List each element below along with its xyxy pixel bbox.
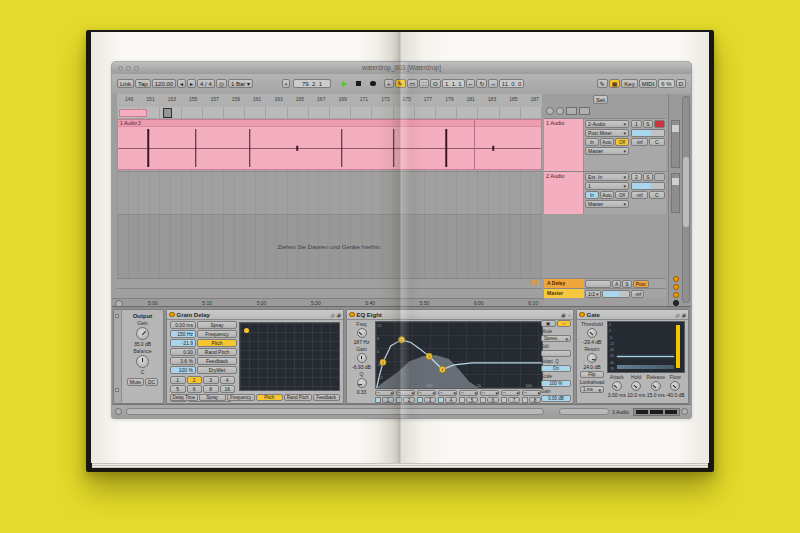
delay-time-button[interactable]: 6	[187, 385, 203, 393]
keymidi-control[interactable]: Key	[621, 79, 637, 88]
gain-knob[interactable]	[357, 353, 367, 363]
xy-axis-tab[interactable]: Feedback	[313, 394, 341, 401]
band-number[interactable]: 3	[424, 397, 436, 403]
eq-graph[interactable]: 1234 1260-6-12 1001k10k	[375, 321, 543, 389]
adaptq-toggle[interactable]: On	[541, 365, 571, 372]
loop-start-marker[interactable]	[163, 108, 172, 118]
pan-value[interactable]: C	[649, 138, 666, 146]
band-toggle[interactable]	[375, 397, 381, 403]
orange-indicator-icon[interactable]	[673, 276, 679, 282]
audio-clip[interactable]: 1 Audio 3	[117, 119, 542, 170]
mode-select[interactable]: Stereo	[541, 335, 571, 342]
monitor-button[interactable]: Off	[615, 191, 629, 199]
track-lane-2[interactable]	[117, 171, 542, 215]
set-button[interactable]: Set	[593, 95, 608, 104]
delay-time-button[interactable]: 1	[170, 376, 186, 384]
mute-button[interactable]: Mute	[127, 378, 144, 386]
track-activator[interactable]: 2	[631, 173, 642, 181]
device-title-icon[interactable]: ◎	[330, 312, 334, 318]
device-title-bar[interactable]: Grain Delay ◎▣	[167, 310, 343, 320]
filter-type-select[interactable]: ◠	[459, 390, 478, 396]
window-zoom-button[interactable]	[134, 66, 139, 71]
loop-control[interactable]: 1. 1. 1	[442, 79, 465, 88]
param-label[interactable]: Spray	[197, 321, 237, 329]
transport-control[interactable]: ▸	[187, 79, 196, 88]
lookahead-select[interactable]: 1 ms	[580, 386, 604, 393]
xy-handle[interactable]	[244, 328, 249, 333]
q-knob[interactable]	[357, 378, 367, 388]
knob-value[interactable]: 10.0 ms	[627, 392, 645, 398]
scale-slider[interactable]: 100 %	[541, 380, 571, 387]
param-label[interactable]: DryWet	[197, 366, 237, 374]
monitor-button[interactable]: Off	[615, 138, 629, 146]
track-meter[interactable]	[671, 120, 680, 168]
device-title-icon[interactable]: ◎	[675, 312, 679, 318]
time-ruler[interactable]: 5:005:105:205:305:405:506:006:10	[112, 298, 544, 306]
band-toggle[interactable]	[438, 397, 444, 403]
band-toggle[interactable]	[522, 397, 528, 403]
solo-button[interactable]: S	[643, 173, 654, 181]
keymidi-control[interactable]: ✎	[597, 79, 608, 88]
band-number[interactable]: 7	[508, 397, 520, 403]
param-label[interactable]: Feedback	[197, 357, 237, 365]
delay-time-button[interactable]: 16	[220, 385, 236, 393]
transport-control[interactable]: 120.00	[152, 79, 176, 88]
band-toggle[interactable]	[459, 397, 465, 403]
xy-pad[interactable]	[239, 322, 340, 391]
flip-button[interactable]: Flip	[580, 371, 604, 378]
band-number[interactable]: 6	[487, 397, 499, 403]
param-value[interactable]: 0.00 ms	[170, 321, 196, 329]
loop-control[interactable]: ⌐	[466, 79, 476, 88]
device-activator-icon[interactable]	[579, 312, 585, 318]
transport-control[interactable]: Tap	[135, 79, 151, 88]
keymidi-control[interactable]: ▦	[609, 79, 621, 88]
orange-indicator-icon[interactable]	[673, 292, 679, 298]
knob-value[interactable]: -40.0 dB	[666, 392, 685, 398]
arm-button[interactable]	[654, 173, 665, 181]
output-gain-slider[interactable]: 0.00 dB	[541, 395, 571, 402]
device-title-bar[interactable]: Gate ◎▣	[577, 310, 688, 320]
dc-button[interactable]: DC	[145, 378, 158, 386]
param-value[interactable]: 3.6 %	[170, 357, 196, 365]
status-right-icon[interactable]	[681, 408, 688, 415]
knob-value[interactable]: 15.0 ms	[647, 392, 665, 398]
gate-knob[interactable]	[670, 381, 680, 391]
transport-control[interactable]: ◎	[216, 79, 227, 88]
band-toggle[interactable]	[501, 397, 507, 403]
xy-axis-tab[interactable]: Rand Pitch	[284, 394, 312, 401]
filter-type-select[interactable]: ◠	[480, 390, 499, 396]
freq-value[interactable]: 187 Hz	[354, 339, 370, 345]
delay-time-button[interactable]: 3	[203, 376, 219, 384]
input-channel-select[interactable]: 1	[585, 182, 629, 190]
filter-type-select[interactable]: ◠	[501, 390, 520, 396]
track-header-2[interactable]: 2 Audio Ext. In 1 InAutoOff Master 2 S	[544, 171, 666, 214]
volume-slider[interactable]	[631, 129, 665, 137]
balance-knob[interactable]	[136, 355, 149, 368]
gate-knob[interactable]	[651, 381, 661, 391]
threshold-value[interactable]: -29.4 dB	[583, 339, 602, 345]
eq-option-icon[interactable]: ▣	[541, 320, 556, 327]
band-toggle[interactable]	[417, 397, 423, 403]
io-toggle-icon[interactable]	[546, 107, 554, 115]
input-routing-select[interactable]: 2-Audio	[585, 120, 629, 128]
track-meter[interactable]	[671, 173, 680, 213]
param-label[interactable]: Rand Pitch	[197, 348, 237, 356]
band-number[interactable]: 2	[403, 397, 415, 403]
monitor-button[interactable]: Auto	[600, 191, 614, 199]
return-send-slider[interactable]	[585, 280, 611, 288]
crossfade-assign[interactable]: A	[612, 280, 621, 288]
param-value[interactable]: 0.00	[170, 348, 196, 356]
master-track-name[interactable]: Master	[544, 289, 584, 298]
device-activator-icon[interactable]	[169, 312, 175, 318]
device-activator-icon[interactable]	[349, 312, 355, 318]
edit-mode-button[interactable]: ▭	[407, 79, 419, 88]
gain-knob[interactable]	[136, 327, 149, 340]
filter-type-select[interactable]: ◠	[417, 390, 436, 396]
solo-button[interactable]: S	[622, 280, 631, 288]
balance-value[interactable]: C	[141, 369, 145, 375]
track-name[interactable]: 1 Audio	[544, 119, 584, 171]
play-button[interactable]	[339, 79, 350, 88]
band-toggle[interactable]	[396, 397, 402, 403]
param-value[interactable]: 150 Hz	[170, 330, 196, 338]
edit-button[interactable]	[541, 350, 571, 357]
